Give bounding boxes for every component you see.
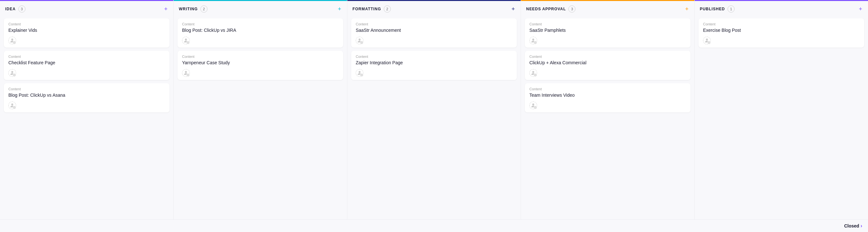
card[interactable]: ContentZapier Integration Page	[351, 51, 517, 80]
assign-avatar[interactable]	[8, 69, 16, 77]
column-title-formatting: FORMATTING	[352, 7, 381, 11]
column-cards-writing: ContentBlog Post: ClickUp vs JIRA Conten…	[174, 16, 347, 220]
column-needs-approval: NEEDS APPROVAL3+ContentSaaStr Pamphlets …	[521, 0, 695, 220]
column-cards-published: ContentExercise Blog Post	[695, 16, 868, 220]
card[interactable]: ContentChecklist Feature Page	[4, 51, 169, 80]
card-avatar-row	[529, 69, 686, 77]
column-header-needs-approval: NEEDS APPROVAL3+	[521, 0, 694, 16]
card-avatar-row	[356, 69, 512, 77]
card-type-label: Content	[8, 22, 165, 26]
svg-point-10	[706, 39, 708, 40]
chevron-right-icon: ›	[861, 223, 862, 229]
closed-label: Closed	[844, 223, 859, 228]
column-title-idea: IDEA	[5, 7, 16, 11]
card-type-label: Content	[8, 87, 165, 91]
card-title: Exercise Blog Post	[703, 27, 860, 33]
card-title: Team Interviews Video	[529, 92, 686, 98]
column-header-published: PUBLISHED1+	[695, 0, 868, 16]
column-count-formatting: 2	[384, 5, 391, 12]
column-cards-needs-approval: ContentSaaStr Pamphlets ContentClickUp +…	[521, 16, 694, 220]
card-type-label: Content	[356, 54, 512, 59]
column-published: PUBLISHED1+ContentExercise Blog Post	[695, 0, 868, 220]
column-header-idea: IDEA3+	[0, 0, 173, 16]
column-title-published: PUBLISHED	[700, 7, 725, 11]
card-title: Blog Post: ClickUp vs Asana	[8, 92, 165, 98]
svg-point-1	[11, 71, 13, 73]
column-writing: WRITING2+ContentBlog Post: ClickUp vs JI…	[174, 0, 347, 220]
svg-point-8	[532, 71, 534, 73]
card-avatar-row	[356, 37, 512, 44]
card[interactable]: ContentTeam Interviews Video	[525, 83, 690, 112]
assign-avatar[interactable]	[529, 102, 537, 109]
assign-avatar[interactable]	[529, 37, 537, 44]
column-count-needs-approval: 3	[568, 5, 576, 12]
svg-point-3	[185, 39, 187, 40]
add-card-button-published[interactable]: +	[858, 6, 863, 12]
column-header-writing: WRITING2+	[174, 0, 347, 16]
column-count-writing: 2	[200, 5, 208, 12]
card-title: SaaStr Announcement	[356, 27, 512, 33]
card-type-label: Content	[182, 22, 339, 26]
assign-avatar[interactable]	[182, 69, 190, 77]
svg-point-6	[359, 71, 361, 73]
column-title-writing: WRITING	[179, 7, 198, 11]
kanban-board: IDEA3+ContentExplainer Vids ContentCheck…	[0, 0, 868, 220]
add-card-button-formatting[interactable]: +	[511, 6, 516, 12]
card-avatar-row	[8, 37, 165, 44]
card-type-label: Content	[182, 54, 339, 59]
card[interactable]: ContentExplainer Vids	[4, 18, 169, 47]
card-title: ClickUp + Alexa Commercial	[529, 60, 686, 66]
assign-avatar[interactable]	[703, 37, 711, 44]
card-type-label: Content	[529, 87, 686, 91]
card-avatar-row	[529, 37, 686, 44]
card-title: Checklist Feature Page	[8, 60, 165, 66]
card[interactable]: ContentClickUp + Alexa Commercial	[525, 51, 690, 80]
card[interactable]: ContentExercise Blog Post	[699, 18, 864, 47]
card-title: Blog Post: ClickUp vs JIRA	[182, 27, 339, 33]
column-cards-formatting: ContentSaaStr Announcement ContentZapier…	[347, 16, 521, 220]
assign-avatar[interactable]	[8, 102, 16, 109]
card[interactable]: ContentSaaStr Announcement	[351, 18, 517, 47]
closed-button[interactable]: Closed ›	[844, 223, 862, 229]
assign-avatar[interactable]	[529, 69, 537, 77]
card-avatar-row	[8, 69, 165, 77]
card[interactable]: ContentBlog Post: ClickUp vs JIRA	[178, 18, 343, 47]
column-header-formatting: FORMATTING2+	[347, 0, 521, 16]
assign-avatar[interactable]	[182, 37, 190, 44]
column-count-published: 1	[727, 5, 735, 12]
footer-bar: Closed ›	[0, 220, 868, 232]
card[interactable]: ContentYarnpeneur Case Study	[178, 51, 343, 80]
card[interactable]: ContentSaaStr Pamphlets	[525, 18, 690, 47]
card-type-label: Content	[356, 22, 512, 26]
card-type-label: Content	[529, 54, 686, 59]
svg-point-4	[185, 71, 187, 73]
assign-avatar[interactable]	[356, 37, 364, 44]
card[interactable]: ContentBlog Post: ClickUp vs Asana	[4, 83, 169, 112]
card-avatar-row	[182, 37, 339, 44]
card-title: Yarnpeneur Case Study	[182, 60, 339, 66]
column-idea: IDEA3+ContentExplainer Vids ContentCheck…	[0, 0, 174, 220]
card-type-label: Content	[529, 22, 686, 26]
card-avatar-row	[703, 37, 860, 44]
assign-avatar[interactable]	[356, 69, 364, 77]
column-formatting: FORMATTING2+ContentSaaStr Announcement C…	[347, 0, 521, 220]
card-title: Zapier Integration Page	[356, 60, 512, 66]
card-avatar-row	[8, 102, 165, 109]
svg-point-0	[11, 39, 13, 40]
card-avatar-row	[529, 102, 686, 109]
assign-avatar[interactable]	[8, 37, 16, 44]
column-cards-idea: ContentExplainer Vids ContentChecklist F…	[0, 16, 173, 220]
svg-point-9	[532, 104, 534, 105]
card-type-label: Content	[703, 22, 860, 26]
card-type-label: Content	[8, 54, 165, 59]
add-card-button-needs-approval[interactable]: +	[684, 6, 689, 12]
add-card-button-idea[interactable]: +	[163, 6, 168, 12]
add-card-button-writing[interactable]: +	[337, 6, 342, 12]
card-avatar-row	[182, 69, 339, 77]
column-title-needs-approval: NEEDS APPROVAL	[526, 7, 566, 11]
column-count-idea: 3	[19, 5, 26, 12]
svg-point-7	[532, 39, 534, 40]
card-title: SaaStr Pamphlets	[529, 27, 686, 33]
card-title: Explainer Vids	[8, 27, 165, 33]
svg-point-2	[11, 104, 13, 105]
